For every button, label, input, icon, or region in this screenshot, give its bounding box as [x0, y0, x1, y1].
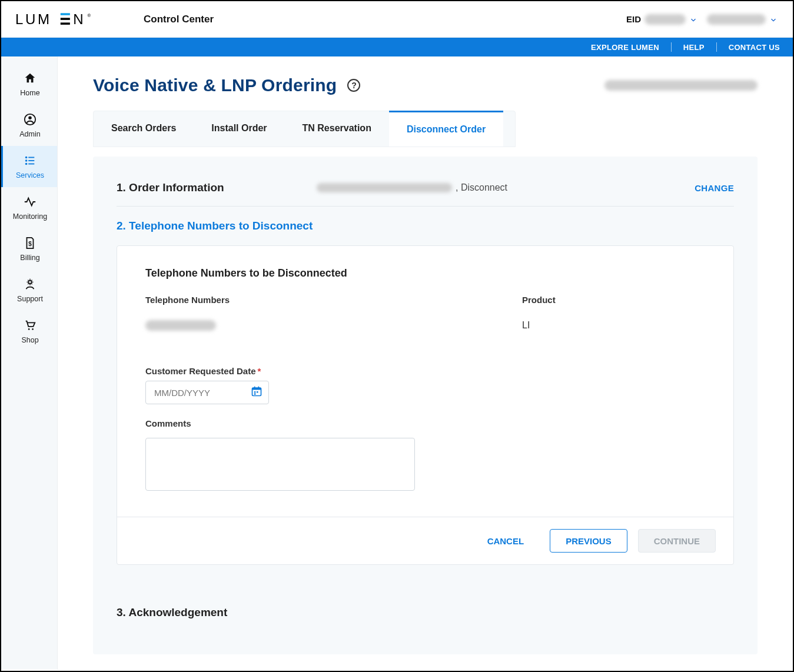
svg-rect-2 [61, 18, 70, 20]
svg-point-16 [28, 328, 30, 330]
col-header-tn: Telephone Numbers [145, 295, 381, 305]
svg-point-12 [25, 162, 28, 165]
sidebar-item-label: Services [16, 171, 44, 179]
user-dropdown[interactable] [707, 14, 776, 25]
tab-search-orders[interactable]: Search Orders [94, 111, 194, 147]
product-name: Control Center [144, 14, 214, 25]
tabs: Search Orders Install Order TN Reservati… [93, 111, 516, 147]
comments-textarea[interactable] [145, 438, 415, 491]
sidebar-item-label: Billing [20, 254, 39, 262]
card-footer: CANCEL PREVIOUS CONTINUE [117, 517, 733, 564]
eid-label: EID [626, 14, 641, 24]
svg-rect-11 [28, 160, 34, 161]
account-name-redacted [604, 80, 758, 91]
svg-point-15 [28, 280, 32, 284]
comments-label: Comments [145, 418, 705, 428]
sidebar-item-support[interactable]: Support [1, 270, 57, 311]
page-title: Voice Native & LNP Ordering [93, 75, 337, 95]
continue-button: CONTINUE [638, 529, 716, 553]
date-field-label: Customer Requested Date* [145, 366, 705, 376]
divider [716, 42, 717, 52]
svg-rect-22 [254, 391, 256, 393]
sidebar-item-label: Home [20, 89, 39, 97]
sidebar-item-label: Monitoring [13, 212, 47, 221]
home-icon [24, 72, 36, 87]
lumen-logo[interactable]: LUM N ® [15, 12, 104, 27]
main-content: Voice Native & LNP Ordering ? Search Ord… [58, 56, 793, 670]
sidebar-item-monitoring[interactable]: Monitoring [1, 187, 57, 228]
sidebar: Home Admin Services Monitoring $ Billing… [1, 56, 58, 670]
svg-point-8 [25, 156, 28, 158]
user-name-redacted [707, 14, 766, 25]
list-icon [24, 154, 36, 169]
cart-icon [24, 319, 36, 334]
sidebar-item-label: Support [17, 295, 43, 303]
svg-rect-3 [61, 22, 70, 25]
document-dollar-icon: $ [24, 237, 36, 251]
disconnect-tn-card: Telephone Numbers to be Disconnected Tel… [117, 245, 734, 565]
svg-rect-19 [253, 388, 261, 390]
previous-button[interactable]: PREVIOUS [550, 529, 627, 553]
top-header-right: EID [626, 14, 776, 25]
svg-rect-9 [28, 157, 34, 158]
svg-rect-20 [254, 387, 255, 389]
gear-user-icon [24, 278, 36, 292]
step-3-row: 3. Acknowledgement [117, 593, 734, 631]
help-icon[interactable]: ? [347, 79, 360, 92]
svg-rect-23 [257, 391, 258, 393]
sidebar-item-admin[interactable]: Admin [1, 105, 57, 146]
step-2-row: 2. Telephone Numbers to Disconnect [117, 207, 734, 232]
svg-point-10 [25, 159, 28, 162]
cancel-button[interactable]: CANCEL [472, 529, 540, 553]
step-1-row: 1. Order Information , Disconnect CHANGE [117, 168, 734, 207]
step-1-title: 1. Order Information [117, 181, 317, 194]
user-circle-icon [24, 113, 36, 128]
help-link[interactable]: HELP [683, 43, 705, 52]
svg-rect-24 [254, 393, 256, 395]
tab-install-order[interactable]: Install Order [194, 111, 284, 147]
divider [671, 42, 672, 52]
date-text-input[interactable] [154, 388, 251, 398]
chevron-down-icon [689, 16, 696, 23]
sidebar-item-shop[interactable]: Shop [1, 311, 57, 352]
change-step-1-link[interactable]: CHANGE [695, 183, 734, 193]
tab-disconnect-order[interactable]: Disconnect Order [389, 111, 503, 147]
step-1-summary: , Disconnect [317, 182, 695, 193]
required-asterisk: * [258, 366, 261, 376]
contact-us-link[interactable]: CONTACT US [729, 43, 780, 52]
chevron-down-icon [769, 16, 776, 23]
step-1-suffix: , Disconnect [456, 182, 507, 193]
eid-value-redacted [644, 14, 686, 25]
svg-text:LUM: LUM [15, 12, 52, 27]
order-steps-panel: 1. Order Information , Disconnect CHANGE… [93, 157, 758, 654]
tab-tn-reservation[interactable]: TN Reservation [285, 111, 389, 147]
sidebar-item-services[interactable]: Services [1, 146, 57, 187]
sidebar-item-label: Admin [19, 130, 40, 138]
top-header-left: LUM N ® Control Center [15, 12, 214, 27]
svg-point-7 [28, 116, 32, 119]
eid-dropdown[interactable]: EID [626, 14, 696, 25]
svg-text:$: $ [28, 240, 32, 247]
page-header-row: Voice Native & LNP Ordering ? [93, 75, 758, 95]
svg-text:N: N [73, 12, 85, 27]
step-2-title: 2. Telephone Numbers to Disconnect [117, 219, 317, 232]
sidebar-item-home[interactable]: Home [1, 64, 57, 105]
activity-icon [24, 195, 36, 210]
svg-rect-13 [28, 163, 34, 164]
sidebar-item-label: Shop [21, 336, 38, 344]
col-header-product: Product [522, 295, 705, 305]
svg-text:®: ® [87, 12, 92, 18]
svg-point-17 [32, 328, 34, 330]
explore-lumen-link[interactable]: EXPLORE LUMEN [591, 43, 659, 52]
tn-value-redacted [145, 320, 216, 331]
calendar-icon[interactable] [251, 385, 263, 400]
secondary-nav-bar: EXPLORE LUMEN HELP CONTACT US [1, 38, 793, 56]
customer-requested-date-input[interactable] [145, 381, 269, 404]
svg-rect-1 [61, 13, 70, 15]
top-header: LUM N ® Control Center EID [1, 1, 793, 38]
svg-rect-21 [258, 387, 260, 389]
product-value: LI [522, 320, 705, 331]
sidebar-item-billing[interactable]: $ Billing [1, 228, 57, 270]
card-section-title: Telephone Numbers to be Disconnected [145, 267, 705, 280]
step-3-title: 3. Acknowledgement [117, 606, 317, 619]
